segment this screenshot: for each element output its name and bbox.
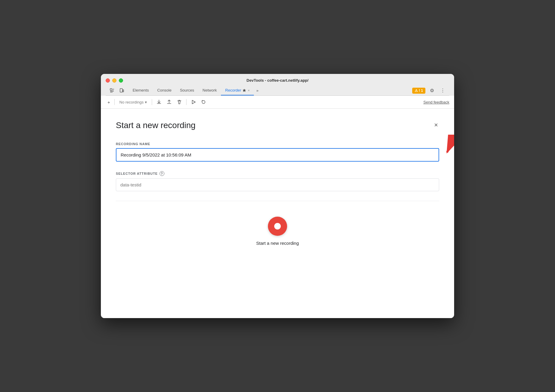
svg-rect-0 [110, 89, 112, 90]
svg-rect-2 [123, 90, 124, 92]
add-recording-btn[interactable]: + [106, 98, 112, 106]
import-icon [166, 99, 172, 105]
send-feedback-link[interactable]: Send feedback [423, 100, 449, 104]
tabs-more-btn[interactable]: » [254, 86, 261, 95]
selector-label: SELECTOR ATTRIBUTE ? [116, 171, 439, 176]
issues-badge-btn[interactable]: ⚠ ! 1 [412, 88, 425, 94]
recording-name-label: RECORDING NAME [116, 142, 439, 146]
dialog-header: Start a new recording × [116, 121, 439, 130]
toolbar-right: ⚠ ! 1 ⚙ ⋮ [412, 86, 447, 95]
replay-icon [201, 99, 206, 105]
recording-name-section: RECORDING NAME [116, 142, 439, 162]
selector-attribute-input[interactable] [116, 178, 439, 191]
tab-sources[interactable]: Sources [176, 86, 198, 95]
recording-name-input-wrapper [116, 148, 439, 162]
title-bar: DevTools - coffee-cart.netlify.app/ [101, 74, 454, 96]
delete-btn[interactable] [175, 98, 184, 106]
play-icon [191, 99, 196, 105]
replay-btn[interactable] [199, 98, 208, 106]
toolbar-separator-3 [186, 99, 186, 105]
more-icon: ⋮ [440, 88, 445, 93]
traffic-lights [106, 78, 123, 83]
tab-recorder[interactable]: Recorder × [221, 86, 254, 95]
dialog-close-btn[interactable]: × [433, 121, 439, 130]
recordings-dropdown-btn[interactable]: No recordings ▾ [117, 99, 149, 106]
tab-recorder-close[interactable]: × [248, 89, 250, 92]
browser-window: DevTools - coffee-cart.netlify.app/ [101, 74, 454, 318]
device-icon [119, 88, 124, 93]
device-icon-btn[interactable] [118, 86, 126, 95]
settings-icon: ⚙ [430, 88, 434, 93]
start-recording-btn[interactable] [268, 217, 287, 236]
more-options-btn[interactable]: ⋮ [439, 86, 447, 95]
start-recording-section: Start a new recording [116, 211, 439, 252]
issues-icon: ⚠ [415, 89, 418, 93]
settings-btn[interactable]: ⚙ [428, 86, 436, 95]
toolbar-separator-2 [152, 99, 152, 105]
recorder-pin-icon [242, 89, 246, 92]
tab-elements[interactable]: Elements [128, 86, 153, 95]
delete-icon [177, 99, 182, 105]
tabs-bar: Elements Console Sources Network Recorde… [106, 86, 449, 96]
no-recordings-label: No recordings [119, 100, 144, 104]
play-btn[interactable] [189, 98, 198, 106]
toolbar-separator-1 [114, 99, 115, 105]
tab-network[interactable]: Network [198, 86, 221, 95]
export-btn[interactable] [154, 98, 163, 106]
close-traffic-light[interactable] [106, 78, 110, 83]
selector-help-icon[interactable]: ? [160, 171, 164, 176]
import-btn[interactable] [165, 98, 174, 106]
add-icon: + [107, 100, 110, 105]
red-arrow-annotation [439, 135, 454, 156]
recording-name-input[interactable] [116, 148, 439, 162]
dialog-title: Start a new recording [116, 121, 195, 130]
recorder-toolbar: + No recordings ▾ [101, 96, 454, 109]
selector-attribute-section: SELECTOR ATTRIBUTE ? [116, 171, 439, 191]
minimize-traffic-light[interactable] [112, 78, 116, 83]
section-divider [116, 201, 439, 201]
tab-recorder-label: Recorder [225, 88, 241, 92]
tab-icon-group [108, 86, 126, 95]
fullscreen-traffic-light[interactable] [119, 78, 123, 83]
tab-console[interactable]: Console [153, 86, 176, 95]
export-icon [156, 99, 162, 105]
inspector-icon [110, 88, 115, 93]
record-btn-inner [274, 223, 281, 230]
main-content: Start a new recording × RECORDING NAME [101, 109, 454, 318]
window-title: DevTools - coffee-cart.netlify.app/ [247, 78, 309, 83]
issues-count: ! 1 [419, 89, 423, 93]
start-recording-label: Start a new recording [256, 241, 299, 246]
inspector-icon-btn[interactable] [108, 86, 116, 95]
svg-rect-1 [120, 89, 122, 92]
dropdown-chevron-icon: ▾ [145, 100, 147, 104]
